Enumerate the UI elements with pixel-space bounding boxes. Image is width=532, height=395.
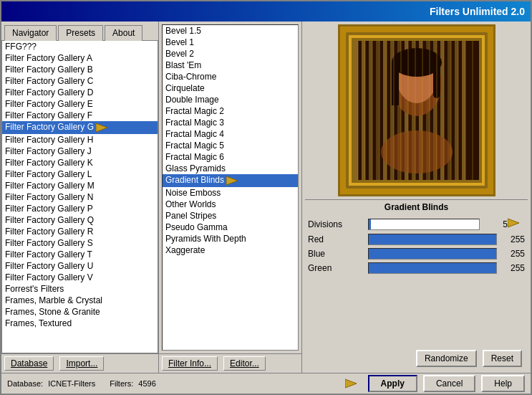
nav-list-item[interactable]: Filter Factory Gallery J (2, 146, 158, 157)
apply-arrow-icon (345, 378, 362, 389)
nav-list-item[interactable]: Filter Factory Gallery N (2, 191, 158, 203)
preview-svg (340, 27, 493, 194)
svg-marker-1 (226, 176, 238, 185)
nav-list-item[interactable]: Filter Factory Gallery U (2, 260, 158, 272)
param-slider[interactable] (368, 219, 480, 230)
param-slider[interactable] (368, 248, 497, 260)
nav-list-item[interactable]: Filter Factory Gallery V (2, 272, 158, 283)
svg-marker-46 (508, 219, 519, 227)
tab-navigator[interactable]: Navigator (4, 25, 57, 41)
filter-list-item[interactable]: Ciba-Chrome (163, 71, 298, 82)
nav-list-item[interactable]: Filter Factory Gallery L (2, 168, 158, 180)
filter-list-item[interactable]: Bevel 2 (163, 48, 298, 60)
filter-info-button[interactable]: Filter Info... (162, 356, 218, 371)
status-bar: Database: ICNET-Filters Filters: 4596 Ap… (1, 373, 531, 394)
svg-rect-21 (455, 41, 458, 180)
svg-rect-9 (369, 41, 372, 180)
filter-list-item[interactable]: Pseudo Gamma (163, 222, 298, 233)
param-value: 255 (500, 263, 525, 273)
nav-list-item[interactable]: Filter Factory Gallery M (2, 180, 158, 191)
filter-list-item[interactable]: Fractal Magic 5 (163, 140, 298, 151)
filter-list-item[interactable]: Other Worlds (163, 199, 298, 210)
tab-bar: Navigator Presets About (1, 22, 158, 40)
nav-list-item[interactable]: Filter Factory Gallery P (2, 203, 158, 214)
nav-list-item[interactable]: Forrest's Filters (2, 283, 158, 295)
navigator-list-container: FFG???Filter Factory Gallery AFilter Fac… (1, 40, 158, 353)
database-button[interactable]: Database (4, 356, 54, 371)
param-arrow-icon (508, 217, 525, 231)
nav-list-item[interactable]: FFG??? (2, 41, 158, 52)
nav-list-item[interactable]: Filter Factory Gallery E (2, 98, 158, 110)
nav-list-item[interactable]: Frames, Stone & Granite (2, 306, 158, 318)
status-database: Database: ICNET-Filters (7, 379, 95, 388)
svg-rect-8 (362, 41, 365, 180)
nav-list-item[interactable]: Filter Factory Gallery T (2, 249, 158, 260)
param-slider[interactable] (368, 234, 497, 245)
nav-list-item[interactable]: Filter Factory Gallery D (2, 87, 158, 98)
apply-button[interactable]: Apply (368, 375, 417, 392)
filter-list-item[interactable]: Fractal Magic 2 (163, 105, 298, 117)
filter-list-item[interactable]: Cirquelate (163, 82, 298, 94)
param-label: Blue (308, 249, 365, 259)
nav-list-item[interactable]: Frames, Marble & Crystal (2, 295, 158, 306)
main-window: Filters Unlimited 2.0 Navigator Presets … (0, 0, 532, 395)
filter-list-item[interactable]: Bevel 1 (163, 37, 298, 48)
randomize-button[interactable]: Randomize (416, 350, 477, 367)
right-panel: Gradient Blinds Divisions5Red255Blue255G… (302, 22, 531, 373)
param-label: Divisions (308, 219, 365, 229)
nav-list-item[interactable]: Filter Factory Gallery S (2, 237, 158, 249)
nav-list-item[interactable]: Filter Factory Gallery C (2, 75, 158, 87)
filter-list[interactable]: Bevel 1.5Bevel 1Bevel 2Blast 'EmCiba-Chr… (162, 24, 299, 351)
svg-point-28 (381, 130, 453, 173)
param-value: 255 (500, 234, 525, 244)
filter-list-item[interactable]: Fractal Magic 6 (163, 151, 298, 163)
nav-list-item[interactable]: Filter Factory Gallery A (2, 52, 158, 64)
nav-list-item[interactable]: Filter Factory Gallery H (2, 134, 158, 146)
filter-list-item[interactable]: Bevel 1.5 (163, 25, 298, 37)
title-bar: Filters Unlimited 2.0 (1, 1, 531, 22)
filter-list-item[interactable]: Noise Emboss (163, 187, 298, 199)
right-toolbar: Randomize Reset (305, 347, 528, 370)
main-content: Navigator Presets About FFG???Filter Fac… (1, 22, 531, 373)
status-filters: Filters: 4596 (110, 379, 156, 388)
svg-rect-7 (354, 41, 358, 180)
preview-image (340, 27, 493, 194)
filter-list-item[interactable]: Fractal Magic 3 (163, 117, 298, 128)
filter-list-item[interactable]: Panel Stripes (163, 210, 298, 222)
filter-list-item[interactable]: Double Image (163, 94, 298, 105)
param-row: Green255 (308, 262, 525, 274)
nav-list-item[interactable]: Filter Factory Gallery K (2, 157, 158, 168)
nav-list-item[interactable]: Filter Factory Gallery B (2, 64, 158, 75)
preview-area (338, 24, 495, 196)
filter-list-item[interactable]: Xaggerate (163, 244, 298, 256)
help-button[interactable]: Help (481, 375, 525, 392)
reset-button[interactable]: Reset (483, 350, 522, 367)
filter-list-item[interactable]: Fractal Magic 4 (163, 128, 298, 140)
editor-button[interactable]: Editor... (223, 356, 266, 371)
tab-about[interactable]: About (105, 25, 142, 41)
nav-list-item[interactable]: Filter Factory Gallery G (2, 121, 158, 134)
app-title: Filters Unlimited 2.0 (430, 6, 525, 17)
filter-list-item[interactable]: Pyramids With Depth (163, 233, 298, 244)
cancel-button[interactable]: Cancel (423, 375, 475, 392)
nav-list-item[interactable]: Filter Factory Gallery R (2, 226, 158, 237)
left-bottom-toolbar: Database Import... (1, 353, 158, 373)
filter-list-item[interactable]: Glass Pyramids (163, 163, 298, 174)
param-label: Red (308, 234, 365, 244)
import-button[interactable]: Import... (59, 356, 104, 371)
filter-list-item[interactable]: Blast 'Em (163, 60, 298, 71)
nav-list-item[interactable]: Frames, Textured (2, 318, 158, 329)
param-value: 5 (483, 219, 508, 229)
param-row: Divisions5 (308, 217, 525, 231)
nav-list-item[interactable]: Filter Factory Gallery Q (2, 214, 158, 226)
navigator-list[interactable]: FFG???Filter Factory Gallery AFilter Fac… (2, 41, 158, 353)
svg-rect-22 (462, 41, 465, 180)
svg-marker-0 (96, 123, 107, 132)
param-row: Red255 (308, 234, 525, 245)
filter-list-item[interactable]: Gradient Blinds (163, 174, 298, 187)
tab-presets[interactable]: Presets (58, 25, 103, 41)
gradient-blinds-arrow-icon (224, 175, 243, 185)
params-area: Divisions5Red255Blue255Green255 (305, 214, 528, 347)
nav-list-item[interactable]: Filter Factory Gallery F (2, 110, 158, 121)
param-slider[interactable] (368, 262, 497, 274)
